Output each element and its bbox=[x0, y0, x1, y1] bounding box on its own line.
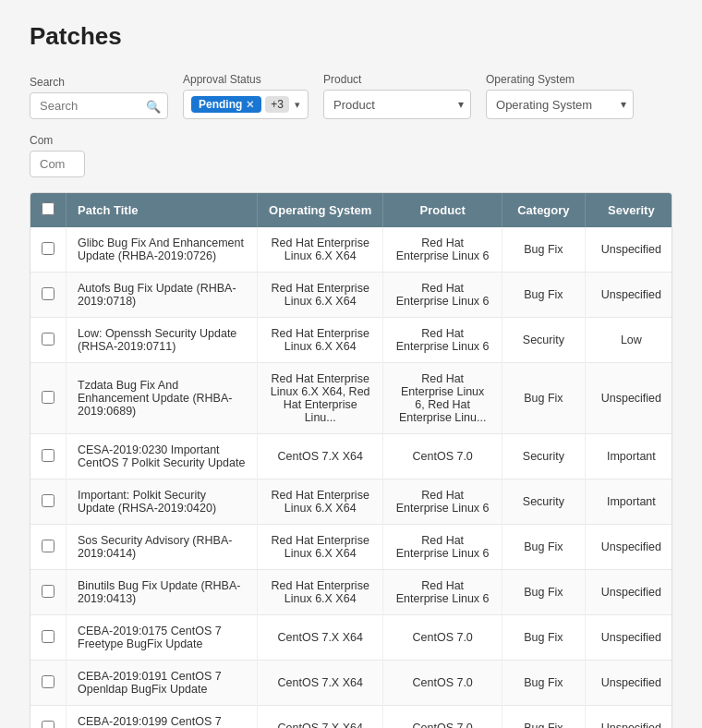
row-title: Glibc Bug Fix And Enhancement Update (RH… bbox=[67, 227, 258, 273]
row-checkbox[interactable] bbox=[42, 721, 54, 729]
row-category: Bug Fix bbox=[502, 615, 586, 661]
row-checkbox-cell[interactable] bbox=[30, 227, 67, 273]
row-checkbox-cell[interactable] bbox=[30, 318, 67, 363]
row-category: Security bbox=[502, 479, 586, 525]
row-category: Bug Fix bbox=[502, 227, 586, 273]
th-patch-title: Patch Title bbox=[67, 193, 258, 227]
approval-status-label: Approval Status bbox=[183, 73, 309, 86]
row-checkbox-cell[interactable] bbox=[30, 570, 67, 615]
row-os: Red Hat Enterprise Linux 6.X X64, Red Ha… bbox=[258, 363, 383, 434]
row-os: CentOS 7.X X64 bbox=[258, 661, 383, 706]
row-title: CEBA-2019:0199 CentOS 7 Policycoreutils … bbox=[67, 706, 258, 729]
row-checkbox[interactable] bbox=[42, 391, 54, 404]
th-category: Category bbox=[502, 193, 586, 227]
row-category: Bug Fix bbox=[502, 661, 586, 706]
row-severity: Low bbox=[585, 318, 672, 363]
os-select[interactable]: Operating System bbox=[486, 90, 634, 119]
row-os: CentOS 7.X X64 bbox=[258, 706, 383, 729]
product-select[interactable]: Product bbox=[323, 90, 471, 119]
row-checkbox[interactable] bbox=[42, 333, 54, 346]
search-input[interactable] bbox=[30, 92, 168, 119]
row-severity: Unspecified bbox=[585, 615, 672, 661]
approval-status-filter-group: Approval Status Pending ✕ +3 ▾ bbox=[183, 73, 309, 119]
row-product: CentOS 7.0 bbox=[383, 661, 502, 706]
row-checkbox-cell[interactable] bbox=[30, 479, 67, 525]
row-product: Red Hat Enterprise Linux 6, Red Hat Ente… bbox=[383, 363, 502, 434]
row-category: Security bbox=[502, 318, 586, 363]
row-checkbox-cell[interactable] bbox=[30, 615, 67, 661]
table-row: Low: Openssh Security Update (RHSA-2019:… bbox=[30, 318, 672, 363]
th-severity: Severity bbox=[585, 193, 672, 227]
row-title: Autofs Bug Fix Update (RHBA-2019:0718) bbox=[67, 273, 258, 318]
row-checkbox[interactable] bbox=[42, 675, 54, 688]
product-select-wrapper: Product bbox=[323, 90, 471, 119]
row-os: CentOS 7.X X64 bbox=[258, 615, 383, 661]
product-filter-group: Product Product bbox=[323, 73, 471, 119]
row-title: Binutils Bug Fix Update (RHBA-2019:0413) bbox=[67, 570, 258, 615]
row-product: Red Hat Enterprise Linux 6 bbox=[383, 273, 502, 318]
row-checkbox-cell[interactable] bbox=[30, 706, 67, 729]
table-row: CEBA-2019:0191 CentOS 7 Openldap BugFix … bbox=[30, 661, 672, 706]
row-checkbox[interactable] bbox=[42, 540, 54, 552]
product-label: Product bbox=[323, 73, 471, 86]
row-os: Red Hat Enterprise Linux 6.X X64 bbox=[258, 318, 383, 363]
row-category: Bug Fix bbox=[502, 363, 586, 434]
row-checkbox[interactable] bbox=[42, 585, 54, 598]
approval-status-container[interactable]: Pending ✕ +3 ▾ bbox=[183, 90, 309, 119]
row-os: Red Hat Enterprise Linux 6.X X64 bbox=[258, 525, 383, 570]
row-severity: Unspecified bbox=[585, 706, 672, 729]
row-checkbox-cell[interactable] bbox=[30, 273, 67, 318]
row-checkbox[interactable] bbox=[42, 287, 54, 300]
table-row: CEBA-2019:0175 CentOS 7 Freetype BugFix … bbox=[30, 615, 672, 661]
plus-count-badge: +3 bbox=[265, 96, 289, 113]
select-all-header[interactable] bbox=[30, 193, 67, 227]
pending-close-icon[interactable]: ✕ bbox=[246, 99, 254, 111]
row-severity: Important bbox=[585, 434, 672, 479]
row-product: Red Hat Enterprise Linux 6 bbox=[383, 227, 502, 273]
table-header-row: Patch Title Operating System Product Cat… bbox=[30, 193, 672, 227]
th-product: Product bbox=[383, 193, 502, 227]
row-product: Red Hat Enterprise Linux 6 bbox=[383, 318, 502, 363]
pending-badge: Pending ✕ bbox=[191, 96, 261, 113]
table-row: Binutils Bug Fix Update (RHBA-2019:0413)… bbox=[30, 570, 672, 615]
table-row: Important: Polkit Security Update (RHSA-… bbox=[30, 479, 672, 525]
row-checkbox-cell[interactable] bbox=[30, 434, 67, 479]
select-all-checkbox[interactable] bbox=[42, 202, 54, 215]
row-category: Bug Fix bbox=[502, 525, 586, 570]
row-severity: Unspecified bbox=[585, 227, 672, 273]
row-checkbox-cell[interactable] bbox=[30, 363, 67, 434]
table-row: Tzdata Bug Fix And Enhancement Update (R… bbox=[30, 363, 672, 434]
row-severity: Unspecified bbox=[585, 661, 672, 706]
row-title: CEBA-2019:0191 CentOS 7 Openldap BugFix … bbox=[67, 661, 258, 706]
row-severity: Unspecified bbox=[585, 273, 672, 318]
row-title: Sos Security Advisory (RHBA-2019:0414) bbox=[67, 525, 258, 570]
row-product: Red Hat Enterprise Linux 6 bbox=[383, 525, 502, 570]
row-category: Bug Fix bbox=[502, 273, 586, 318]
row-checkbox[interactable] bbox=[42, 630, 54, 643]
row-product: Red Hat Enterprise Linux 6 bbox=[383, 479, 502, 525]
page-title: Patches bbox=[30, 22, 672, 51]
os-filter-group: Operating System Operating System bbox=[486, 73, 634, 119]
row-product: CentOS 7.0 bbox=[383, 615, 502, 661]
search-label: Search bbox=[30, 76, 168, 89]
table-row: Autofs Bug Fix Update (RHBA-2019:0718) R… bbox=[30, 273, 672, 318]
patches-table: Patch Title Operating System Product Cat… bbox=[30, 193, 672, 728]
search-filter-group: Search 🔍 bbox=[30, 76, 168, 119]
row-checkbox[interactable] bbox=[42, 449, 54, 462]
patches-table-container: Patch Title Operating System Product Cat… bbox=[30, 192, 672, 728]
row-checkbox-cell[interactable] bbox=[30, 525, 67, 570]
approval-dropdown-arrow[interactable]: ▾ bbox=[295, 99, 300, 111]
com-input[interactable] bbox=[30, 151, 85, 177]
row-os: CentOS 7.X X64 bbox=[258, 434, 383, 479]
row-category: Bug Fix bbox=[502, 706, 586, 729]
row-product: CentOS 7.0 bbox=[383, 434, 502, 479]
pending-label: Pending bbox=[199, 98, 242, 111]
row-checkbox[interactable] bbox=[42, 494, 54, 507]
th-os: Operating System bbox=[258, 193, 383, 227]
row-os: Red Hat Enterprise Linux 6.X X64 bbox=[258, 227, 383, 273]
row-checkbox-cell[interactable] bbox=[30, 661, 67, 706]
row-title: Important: Polkit Security Update (RHSA-… bbox=[67, 479, 258, 525]
table-row: CEBA-2019:0199 CentOS 7 Policycoreutils … bbox=[30, 706, 672, 729]
row-checkbox[interactable] bbox=[42, 242, 54, 255]
row-product: Red Hat Enterprise Linux 6 bbox=[383, 570, 502, 615]
